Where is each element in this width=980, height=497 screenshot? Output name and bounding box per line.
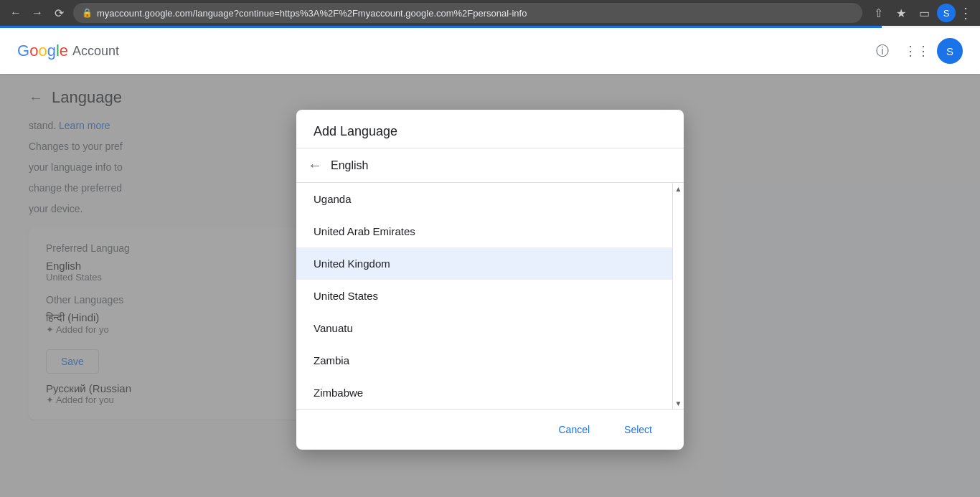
- modal-list[interactable]: Uganda United Arab Emirates United Kingd…: [296, 183, 672, 409]
- share-button[interactable]: ⇧: [868, 3, 888, 23]
- list-item[interactable]: Uganda: [296, 183, 672, 215]
- nav-buttons: ← → ⟳: [7, 4, 67, 22]
- list-item-united-kingdom[interactable]: United Kingdom: [296, 247, 672, 280]
- logo-letter-g2: g: [47, 42, 56, 60]
- page-content: G o o g l e Account ⓘ ⋮⋮ S ← Language st…: [0, 28, 980, 497]
- lock-icon: 🔒: [82, 8, 93, 18]
- help-button[interactable]: ⓘ: [868, 37, 897, 65]
- logo-account-text: Account: [72, 44, 119, 59]
- browser-chrome: ← → ⟳ 🔒 myaccount.google.com/language?co…: [0, 0, 980, 26]
- header-actions: ⓘ ⋮⋮ S: [868, 37, 963, 65]
- scrollbar-arrows: ▲ ▼: [672, 183, 684, 409]
- url-text: myaccount.google.com/language?continue=h…: [97, 8, 527, 19]
- select-button[interactable]: Select: [610, 418, 666, 441]
- logo-letter-o1: o: [29, 42, 38, 60]
- address-bar[interactable]: 🔒 myaccount.google.com/language?continue…: [73, 3, 862, 23]
- profile-button-chrome[interactable]: S: [937, 4, 956, 22]
- modal-title: Add Language: [314, 124, 666, 139]
- modal-header: Add Language: [296, 110, 684, 148]
- search-back-button[interactable]: ←: [308, 157, 322, 174]
- list-item[interactable]: United Arab Emirates: [296, 215, 672, 247]
- modal-overlay: Add Language ← Uganda United Arab Emirat…: [0, 74, 980, 497]
- logo-letter-e: e: [60, 42, 68, 60]
- google-logo[interactable]: G o o g l e Account: [17, 42, 119, 60]
- profile-avatar[interactable]: S: [937, 38, 963, 64]
- browser-actions: ⇧ ★ ▭ S ⋮: [868, 3, 973, 23]
- list-item[interactable]: Zambia: [296, 344, 672, 377]
- forward-nav-button[interactable]: →: [29, 4, 46, 22]
- modal-search-row: ←: [296, 148, 684, 183]
- cancel-button[interactable]: Cancel: [544, 418, 604, 441]
- logo-letter-g: G: [17, 42, 29, 60]
- list-item[interactable]: Vanuatu: [296, 312, 672, 344]
- search-input[interactable]: [331, 159, 672, 172]
- menu-button[interactable]: ⋮: [958, 4, 973, 22]
- back-arrow-icon: ←: [308, 157, 322, 174]
- reload-button[interactable]: ⟳: [50, 4, 67, 22]
- page-header: G o o g l e Account ⓘ ⋮⋮ S: [0, 28, 980, 74]
- list-item[interactable]: Zimbabwe: [296, 377, 672, 409]
- main-area: ← Language stand. Learn more Changes to …: [0, 74, 980, 497]
- window-button[interactable]: ▭: [914, 3, 934, 23]
- bookmark-button[interactable]: ★: [891, 3, 911, 23]
- apps-button[interactable]: ⋮⋮: [903, 37, 931, 65]
- logo-letter-o2: o: [38, 42, 47, 60]
- back-nav-button[interactable]: ←: [7, 4, 24, 22]
- modal-footer: Cancel Select: [296, 409, 684, 450]
- scroll-up-button[interactable]: ▲: [673, 183, 684, 194]
- scroll-down-button[interactable]: ▼: [673, 397, 684, 409]
- add-language-modal: Add Language ← Uganda United Arab Emirat…: [296, 110, 684, 450]
- modal-list-container: Uganda United Arab Emirates United Kingd…: [296, 183, 684, 409]
- list-item[interactable]: United States: [296, 280, 672, 312]
